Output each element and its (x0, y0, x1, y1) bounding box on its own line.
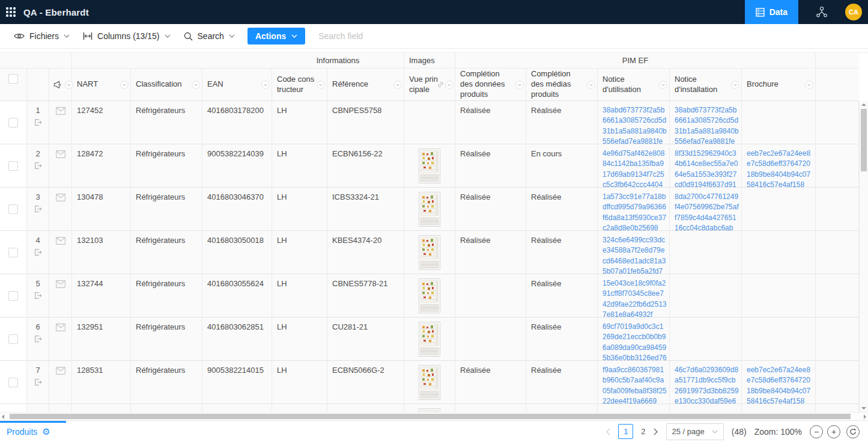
link-notice-installation[interactable]: 8f33d152962940c34b614ce8ec55a7e064e5a155… (670, 144, 742, 188)
link-brochure[interactable] (742, 188, 816, 231)
product-thumbnail[interactable] (419, 322, 440, 357)
product-thumbnail[interactable] (419, 149, 440, 183)
cell-vue-principale[interactable] (404, 231, 455, 274)
link-notice-installation[interactable] (670, 404, 742, 412)
horizontal-scroll-thumb[interactable] (10, 414, 851, 419)
link-notice-utilisation[interactable]: 38abd673773f2a5b6661a3085726cd5d31b1a5a8… (598, 101, 670, 144)
row-checkbox[interactable] (8, 334, 18, 344)
filter-icon[interactable] (393, 81, 402, 89)
link-notice-installation[interactable] (670, 274, 742, 318)
row-checkbox[interactable] (8, 291, 18, 301)
cell-vue-principale[interactable] (404, 144, 455, 188)
open-record-icon[interactable] (34, 162, 42, 170)
row-checkbox[interactable] (8, 161, 18, 171)
header-classification[interactable]: Classification (131, 69, 202, 101)
link-brochure[interactable] (742, 101, 816, 144)
link-notice-utilisation[interactable]: f9aa9cc860367981b960c5b7aaf40c9a05fa009f… (598, 361, 670, 404)
product-thumbnail[interactable] (419, 235, 440, 270)
link-notice-installation[interactable]: 8da2700c47761249f4e07569962be75aff7859c4… (670, 188, 742, 231)
filter-icon[interactable] (805, 81, 813, 89)
header-ean[interactable]: EAN (202, 69, 272, 101)
filter-icon[interactable] (261, 81, 270, 89)
cell-vue-principale[interactable] (404, 404, 455, 412)
product-thumbnail[interactable] (419, 278, 440, 313)
header-reference[interactable]: Référence (327, 69, 404, 101)
open-record-icon[interactable] (34, 292, 42, 299)
zoom-in-button[interactable]: + (827, 425, 840, 438)
network-icon[interactable] (815, 5, 828, 19)
cell-vue-principale[interactable] (404, 274, 455, 318)
link-notice-installation[interactable] (670, 318, 742, 361)
vertical-scrollbar[interactable] (859, 101, 868, 412)
cell-vue-principale[interactable] (404, 188, 455, 231)
header-completion-medias[interactable]: Complétion des médias produits (526, 69, 598, 101)
cell-vue-principale[interactable] (404, 318, 455, 361)
open-record-icon[interactable] (34, 118, 42, 126)
header-brochure[interactable]: Brochure (742, 69, 816, 101)
link-brochure[interactable]: eeb7ec2e67a24ee8e7c58d6eff376472018b9be8… (742, 361, 816, 404)
link-notice-installation[interactable]: 46c7d6a0293609d8a51771db9cc5f9cb26919973… (670, 361, 742, 404)
row-checkbox[interactable] (8, 378, 18, 387)
link-notice-installation[interactable] (670, 231, 742, 274)
header-notice-utilisation[interactable]: Notice d'utilisation (598, 69, 670, 101)
link-brochure[interactable] (742, 274, 816, 318)
row-checkbox[interactable] (8, 248, 18, 257)
header-code-constructeur[interactable]: Code constructeur (272, 69, 327, 101)
select-all-checkbox[interactable] (8, 74, 18, 84)
link-notice-utilisation[interactable]: 4e96d75af462e80884c1142ba135fba917d69ab9… (598, 144, 670, 188)
filter-icon[interactable] (731, 81, 739, 89)
cell-vue-principale[interactable] (404, 361, 455, 404)
prev-page-button[interactable] (605, 428, 610, 435)
filter-icon[interactable] (587, 81, 595, 89)
filter-icon[interactable] (192, 81, 200, 89)
row-checkbox[interactable] (8, 118, 18, 127)
filter-icon[interactable] (445, 81, 454, 89)
open-record-icon[interactable] (34, 378, 42, 386)
filter-icon[interactable] (659, 81, 667, 89)
link-brochure[interactable] (742, 318, 816, 361)
open-record-icon[interactable] (34, 205, 42, 213)
header-completion-donnees[interactable]: Complétion des données produits (455, 69, 526, 101)
product-thumbnail[interactable] (419, 192, 440, 227)
scroll-left-arrow[interactable] (2, 414, 4, 419)
apps-grid-icon[interactable] (6, 7, 16, 17)
next-page-button[interactable] (654, 428, 658, 435)
filter-icon[interactable] (120, 81, 129, 89)
fichiers-dropdown[interactable]: Fichiers (7, 31, 76, 41)
filter-icon[interactable] (515, 81, 524, 89)
scroll-right-arrow[interactable] (864, 414, 866, 419)
vertical-scroll-thumb[interactable] (861, 109, 867, 171)
user-avatar[interactable]: CA (845, 4, 862, 20)
scroll-down-arrow[interactable] (861, 407, 866, 410)
link-notice-installation[interactable]: 38abd673773f2a5b6661a3085726cd5d31b1a5a8… (670, 101, 742, 144)
header-notice-installation[interactable]: Notice d'installation (670, 69, 742, 101)
page-size-select[interactable]: 25 / page (666, 423, 724, 440)
scroll-up-arrow[interactable] (861, 103, 866, 106)
link-brochure[interactable]: eeb7ec2e67a24ee8e7c58d6eff376472018b9be8… (742, 144, 816, 188)
product-thumbnail[interactable] (419, 365, 440, 400)
zoom-out-button[interactable]: − (810, 425, 823, 438)
link-notice-utilisation[interactable]: 324c6e6499cc93dce34588a7f2e8d79ecd6468ed… (598, 231, 670, 274)
refresh-button[interactable] (846, 425, 860, 438)
row-checkbox[interactable] (8, 204, 18, 214)
filter-icon[interactable] (317, 81, 325, 89)
page-2-button[interactable]: 2 (641, 427, 645, 436)
header-nart[interactable]: NART (72, 69, 131, 101)
gear-icon[interactable]: ⚙ (42, 427, 50, 436)
open-record-icon[interactable] (34, 248, 42, 256)
columns-dropdown[interactable]: Columns (13/15) (76, 31, 177, 41)
link-brochure[interactable] (742, 404, 816, 412)
link-brochure[interactable] (742, 231, 816, 274)
page-1-button[interactable]: 1 (618, 424, 633, 439)
search-field[interactable]: Search field (318, 31, 363, 41)
search-dropdown[interactable]: Search (177, 31, 241, 41)
actions-button[interactable]: Actions (247, 28, 305, 45)
open-record-icon[interactable] (34, 335, 42, 343)
header-vue-principale[interactable]: Vue principale (404, 69, 455, 101)
link-notice-utilisation[interactable] (598, 404, 670, 412)
tab-produits[interactable]: Produits ⚙ (0, 427, 50, 437)
nav-tab-data[interactable]: Data (745, 0, 798, 24)
link-notice-utilisation[interactable]: 69cf7019a9d0c3c1269de21eccb0b0b96a089da9… (598, 318, 670, 361)
link-notice-utilisation[interactable]: 1a573cc91e77a18bdffcd995d79a96366f6da8a1… (598, 188, 670, 231)
horizontal-scrollbar[interactable] (0, 412, 868, 420)
